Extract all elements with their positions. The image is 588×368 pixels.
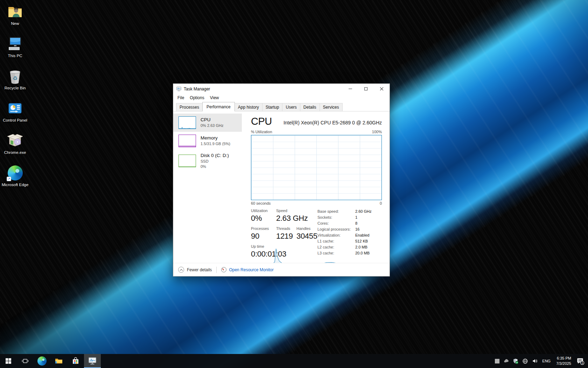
desktop-icon-recycle-bin[interactable]: ♻ Recycle Bin bbox=[1, 67, 29, 100]
taskbar: ENG 6:35 PM 7/3/2025 1 bbox=[0, 354, 588, 368]
desktop-icon-control-panel[interactable]: Control Panel bbox=[1, 100, 29, 132]
control-panel-icon bbox=[6, 100, 24, 117]
sidebar-item-disk0[interactable]: Disk 0 (C: D:) SSD 0% bbox=[173, 150, 242, 172]
windows-logo-icon bbox=[6, 358, 11, 364]
touch-keyboard-icon[interactable] bbox=[495, 359, 499, 363]
tab-startup[interactable]: Startup bbox=[262, 103, 283, 111]
window-title: Task Manager bbox=[184, 87, 210, 91]
minimize-button[interactable] bbox=[342, 84, 358, 94]
notification-count: 1 bbox=[581, 361, 583, 364]
start-button[interactable] bbox=[0, 354, 17, 368]
sidebar-disk-title: Disk 0 (C: D:) bbox=[201, 153, 229, 158]
windows-security-shield-icon[interactable] bbox=[513, 358, 519, 364]
tab-services[interactable]: Services bbox=[320, 103, 343, 111]
desktop-icon-label: Recycle Bin bbox=[5, 86, 26, 90]
task-view-icon bbox=[22, 358, 29, 364]
memory-mini-graph bbox=[178, 135, 196, 147]
taskbar-file-explorer-button[interactable] bbox=[50, 354, 67, 368]
task-view-button[interactable] bbox=[17, 354, 34, 368]
graph-y-max-label: 100% bbox=[372, 130, 382, 134]
volume-icon[interactable] bbox=[532, 358, 538, 364]
menu-view[interactable]: View bbox=[207, 94, 222, 101]
window-footer: Fewer details Open Resource Monitor bbox=[173, 263, 390, 276]
chevron-up-icon bbox=[178, 267, 184, 273]
desktop-icon-label: Chrome.exe bbox=[4, 150, 26, 155]
file-explorer-icon bbox=[55, 357, 63, 365]
action-center-button[interactable]: 1 bbox=[576, 357, 584, 365]
taskbar-task-manager-button[interactable] bbox=[84, 354, 101, 368]
taskbar-store-button[interactable] bbox=[67, 354, 84, 368]
menu-file[interactable]: File bbox=[175, 94, 187, 101]
close-icon bbox=[380, 87, 384, 91]
graph-y-axis-label: % Utilization bbox=[251, 130, 272, 134]
user-folder-icon bbox=[6, 3, 24, 20]
task-manager-window: Task Manager File Options View Processes… bbox=[173, 83, 390, 277]
desktop-icon-label: New bbox=[11, 21, 19, 26]
tab-details[interactable]: Details bbox=[300, 103, 320, 111]
sidebar-item-memory[interactable]: Memory 1.5/31.9 GB (5%) bbox=[173, 132, 242, 150]
disk-mini-graph bbox=[178, 155, 196, 167]
tab-app-history[interactable]: App history bbox=[234, 103, 262, 111]
sidebar-item-cpu[interactable]: CPU 0% 2.63 GHz bbox=[173, 114, 242, 132]
cpu-mini-graph bbox=[178, 116, 196, 129]
menu-bar: File Options View bbox=[173, 94, 390, 102]
cpu-detail-pane: CPU Intel(R) Xeon(R) CPU E5-2689 0 @ 2.6… bbox=[242, 111, 390, 263]
tab-users[interactable]: Users bbox=[282, 103, 300, 111]
sidebar-cpu-detail: 0% 2.63 GHz bbox=[201, 123, 223, 128]
taskbar-clock[interactable]: 6:35 PM 7/3/2025 bbox=[555, 356, 573, 366]
sidebar-disk-usage: 0% bbox=[201, 164, 229, 169]
desktop-icon-new-folder[interactable]: New bbox=[1, 3, 29, 35]
desktop-icon-label: This PC bbox=[8, 53, 22, 58]
notification-icon: 1 bbox=[576, 357, 584, 365]
desktop-icon-label: Control Panel bbox=[3, 118, 27, 123]
onedrive-cloud-icon[interactable] bbox=[503, 358, 509, 364]
cpu-heading: CPU bbox=[251, 116, 272, 127]
maximize-button[interactable] bbox=[358, 84, 374, 94]
shortcut-arrow-icon: ↗ bbox=[7, 177, 11, 181]
sidebar-cpu-title: CPU bbox=[201, 117, 223, 122]
resource-monitor-label: Open Resource Monitor bbox=[229, 267, 273, 272]
recycle-bin-icon: ♻ bbox=[6, 67, 24, 85]
computer-icon bbox=[6, 35, 24, 53]
network-globe-icon[interactable] bbox=[522, 358, 528, 364]
cpu-utilization-graph bbox=[251, 135, 382, 200]
microsoft-store-icon bbox=[71, 357, 80, 365]
tab-strip: Processes Performance App history Startu… bbox=[173, 102, 390, 111]
edge-icon bbox=[37, 356, 47, 366]
window-controls bbox=[342, 84, 390, 94]
desktop-icon-column: New This PC ♻ Recycle Bin bbox=[1, 3, 29, 196]
fewer-details-label: Fewer details bbox=[187, 267, 212, 272]
installer-box-icon bbox=[6, 132, 24, 149]
desktop-icon-microsoft-edge[interactable]: ↗ Microsoft Edge bbox=[1, 164, 29, 196]
desktop-icon-label: Microsoft Edge bbox=[2, 182, 29, 187]
taskbar-edge-button[interactable] bbox=[34, 354, 50, 368]
sidebar-memory-title: Memory bbox=[201, 135, 230, 141]
maximize-icon bbox=[364, 87, 368, 90]
clock-date: 7/3/2025 bbox=[556, 361, 571, 366]
edge-icon: ↗ bbox=[6, 164, 24, 182]
menu-options[interactable]: Options bbox=[187, 94, 207, 101]
performance-content: CPU 0% 2.63 GHz Memory 1.5/31.9 GB (5%) bbox=[173, 111, 390, 263]
title-bar[interactable]: Task Manager bbox=[173, 84, 390, 94]
language-indicator[interactable]: ENG bbox=[541, 359, 551, 363]
tab-processes[interactable]: Processes bbox=[176, 103, 203, 111]
cpu-chip-name: Intel(R) Xeon(R) CPU E5-2689 0 @ 2.60GHz bbox=[284, 120, 382, 127]
footer-divider bbox=[216, 267, 217, 273]
minimize-icon bbox=[349, 89, 352, 89]
task-manager-icon bbox=[88, 356, 97, 366]
tab-performance[interactable]: Performance bbox=[202, 102, 235, 111]
clock-time: 6:35 PM bbox=[556, 356, 571, 361]
desktop-icon-this-pc[interactable]: This PC bbox=[1, 35, 29, 67]
sidebar-memory-detail: 1.5/31.9 GB (5%) bbox=[201, 141, 230, 146]
fewer-details-button[interactable]: Fewer details bbox=[178, 267, 212, 273]
desktop-icon-chrome-installer[interactable]: Chrome.exe bbox=[1, 132, 29, 164]
sidebar-disk-type: SSD bbox=[201, 159, 229, 164]
resource-monitor-icon bbox=[221, 267, 226, 272]
close-button[interactable] bbox=[374, 84, 390, 94]
task-manager-app-icon bbox=[176, 86, 182, 92]
svg-text:♻: ♻ bbox=[13, 75, 18, 81]
system-tray: ENG 6:35 PM 7/3/2025 1 bbox=[495, 354, 588, 368]
performance-sidebar: CPU 0% 2.63 GHz Memory 1.5/31.9 GB (5%) bbox=[173, 111, 242, 263]
open-resource-monitor-link[interactable]: Open Resource Monitor bbox=[221, 267, 273, 272]
